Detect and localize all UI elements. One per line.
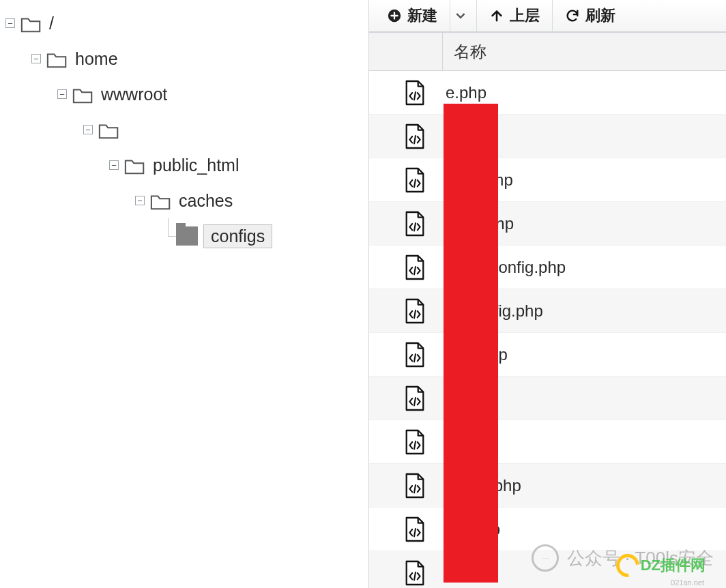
folder-icon	[20, 13, 42, 33]
code-file-icon	[403, 473, 426, 499]
code-file-icon	[403, 342, 426, 368]
tree-node-label: caches	[179, 191, 233, 211]
dz-logo-sub: 021an.net	[671, 578, 704, 587]
toolbar: 新建 上层 刷新	[369, 0, 726, 33]
refresh-button[interactable]: 刷新	[553, 0, 628, 31]
folder-icon	[98, 119, 120, 140]
chevron-down-icon	[456, 11, 465, 20]
tree-collapse-icon[interactable]	[135, 196, 145, 205]
wechat-icon: ⋯	[532, 544, 559, 572]
folder-tree-panel: /homewwwrootpublic_htmlcachesconfigs	[0, 0, 368, 588]
folder-solid-icon	[176, 226, 198, 246]
folder-icon	[72, 84, 94, 104]
tree-node-label: /	[49, 14, 54, 33]
file-row[interactable]: tatus_config.php	[369, 246, 726, 289]
up-button-label: 上层	[510, 5, 540, 26]
tree-node[interactable]	[5, 112, 368, 147]
tree-collapse-icon[interactable]	[5, 18, 15, 28]
column-header-type[interactable]	[369, 33, 443, 70]
code-file-icon	[403, 298, 426, 324]
folder-icon	[46, 48, 68, 69]
file-row[interactable]: ules.php	[369, 333, 726, 377]
dz-logo: DZ插件网	[616, 554, 706, 577]
file-list: e.phpit.phpbase.phperver.phptatus_config…	[369, 71, 726, 588]
file-row[interactable]: erver.php	[369, 202, 726, 246]
tree-node-label: home	[75, 49, 118, 69]
new-button[interactable]: 新建	[375, 0, 450, 31]
plus-circle-icon	[387, 8, 402, 23]
tree-node[interactable]: public_html	[5, 147, 368, 183]
file-row[interactable]: e.php	[369, 377, 726, 420]
tree-collapse-icon[interactable]	[57, 89, 67, 99]
code-file-icon	[403, 385, 426, 411]
refresh-icon	[565, 8, 580, 23]
new-button-label: 新建	[407, 5, 437, 26]
code-file-icon	[403, 254, 426, 280]
folder-icon	[150, 190, 172, 211]
file-row[interactable]: config.php	[369, 464, 726, 508]
file-row[interactable]: base.php	[369, 158, 726, 202]
new-dropdown-caret[interactable]	[450, 0, 477, 31]
redacted-region	[444, 104, 498, 583]
code-file-icon	[403, 167, 426, 193]
file-row[interactable]: .php	[369, 420, 726, 464]
code-file-icon	[403, 560, 426, 586]
arrow-up-icon	[489, 8, 504, 23]
tree-node-selected[interactable]: configs	[5, 218, 368, 254]
code-file-icon	[403, 80, 426, 106]
code-file-icon	[403, 516, 426, 542]
file-panel: 新建 上层 刷新 名称 e.phpit.phpbase.phperver	[368, 0, 726, 588]
folder-icon	[124, 155, 146, 175]
tree-collapse-icon[interactable]	[83, 125, 93, 134]
file-name-label: e.php	[446, 83, 487, 102]
tree-node-label: configs	[203, 224, 272, 248]
column-header-row: 名称	[369, 33, 726, 71]
file-row[interactable]: e.php	[369, 71, 726, 115]
code-file-icon	[403, 429, 426, 455]
tree-collapse-icon[interactable]	[109, 160, 119, 170]
tree-node[interactable]: caches	[5, 183, 368, 218]
file-row[interactable]: it.php	[369, 115, 726, 158]
tree-node[interactable]: wwwroot	[5, 76, 368, 112]
file-row[interactable]: el_config.php	[369, 289, 726, 333]
tree-node[interactable]: home	[5, 41, 368, 76]
code-file-icon	[403, 123, 426, 149]
tree-node[interactable]: /	[5, 5, 368, 41]
column-header-name[interactable]: 名称	[443, 41, 487, 63]
code-file-icon	[403, 211, 426, 237]
tree-node-label: public_html	[153, 156, 239, 175]
tree-collapse-icon[interactable]	[31, 54, 41, 63]
up-button[interactable]: 上层	[477, 0, 553, 31]
refresh-button-label: 刷新	[585, 5, 615, 26]
tree-node-label: wwwroot	[101, 85, 167, 104]
